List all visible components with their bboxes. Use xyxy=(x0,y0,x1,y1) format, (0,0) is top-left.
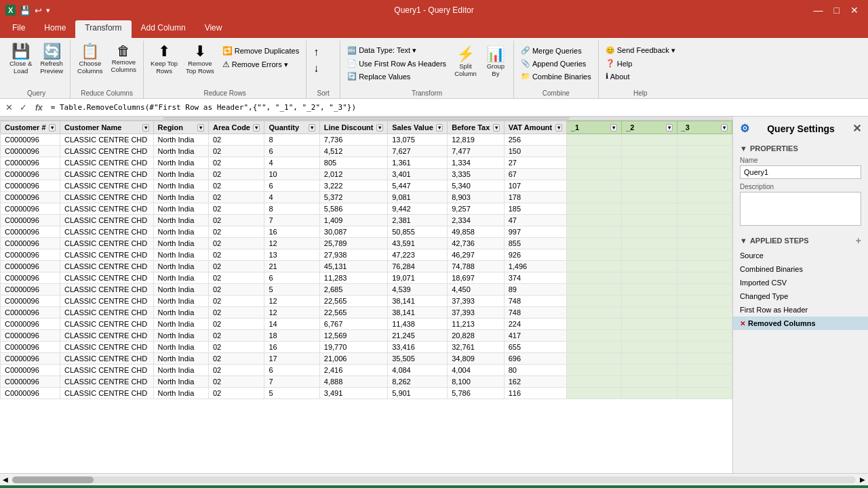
table-cell xyxy=(566,307,621,319)
table-cell: North India xyxy=(153,203,208,215)
formula-input[interactable] xyxy=(48,103,865,112)
table-cell: North India xyxy=(153,284,208,296)
ribbon-group-help: 😊 Send Feedback ▾ ❓ Help ℹ About Help xyxy=(599,41,682,98)
col-header-sales-value[interactable]: Sales Value ▾ xyxy=(388,121,448,134)
sort-asc-button[interactable]: ↑ xyxy=(311,45,321,60)
col-header-customer-name[interactable]: Customer Name ▾ xyxy=(60,121,154,134)
table-cell: 16 xyxy=(264,226,319,238)
formula-cancel-button[interactable]: ✕ xyxy=(3,102,16,113)
formula-confirm-button[interactable]: ✓ xyxy=(17,102,30,113)
step-combined-binaries[interactable]: Combined Binaries xyxy=(733,262,868,276)
scroll-right-button[interactable]: ▶ xyxy=(857,476,868,483)
remove-duplicates-button[interactable]: 🔁 Remove Duplicates xyxy=(220,45,302,57)
close-button[interactable]: ✕ xyxy=(846,3,863,17)
filter-quantity[interactable]: ▾ xyxy=(309,124,315,131)
data-type-button[interactable]: 🔤 Data Type: Text ▾ xyxy=(344,45,449,56)
remove-errors-icon: ⚠ xyxy=(222,60,230,69)
scroll-left-button[interactable]: ◀ xyxy=(0,476,11,483)
tab-home[interactable]: Home xyxy=(35,20,75,38)
collapse-steps-icon[interactable]: ▼ xyxy=(740,237,747,245)
excel-logo: X xyxy=(5,5,16,16)
refresh-preview-button[interactable]: 🔄 RefreshPreview xyxy=(37,42,66,77)
table-cell: C0000096 xyxy=(1,180,60,192)
table-cell xyxy=(677,272,732,284)
step-changed-type[interactable]: Changed Type xyxy=(733,289,868,303)
close-load-button[interactable]: 💾 Close &Load xyxy=(7,42,35,77)
table-cell xyxy=(677,169,732,180)
filter-region[interactable]: ▾ xyxy=(197,124,204,131)
filter-customer-num[interactable]: ▾ xyxy=(49,124,56,131)
quick-access-save[interactable]: 💾 xyxy=(20,5,31,16)
filter-col2[interactable]: ▾ xyxy=(666,124,673,131)
filter-customer-name[interactable]: ▾ xyxy=(142,124,149,131)
table-cell: 185 xyxy=(504,203,566,215)
quick-access-menu[interactable]: ▾ xyxy=(46,6,50,15)
quick-access-undo[interactable]: ↩ xyxy=(35,5,42,16)
step-removed-columns[interactable]: ✕Removed Columns xyxy=(733,317,868,330)
remove-columns-button[interactable]: 🗑 RemoveColumns xyxy=(108,42,140,76)
col-header-col2[interactable]: _2 ▾ xyxy=(622,121,677,134)
table-cell xyxy=(566,169,621,180)
step-first-row-as-header[interactable]: First Row as Header xyxy=(733,303,868,317)
tab-transform[interactable]: Transform xyxy=(75,20,131,38)
table-cell: North India xyxy=(153,376,208,388)
remove-top-rows-button[interactable]: ⬇ RemoveTop Rows xyxy=(183,42,217,77)
tab-file[interactable]: File xyxy=(3,20,35,38)
combine-binaries-button[interactable]: 📁 Combine Binaries xyxy=(518,70,594,82)
col-header-line-discount[interactable]: Line Discount ▾ xyxy=(319,121,387,134)
col-header-col1[interactable]: _1 ▾ xyxy=(566,121,621,134)
table-cell xyxy=(566,330,621,342)
scroll-thumb[interactable] xyxy=(12,476,94,483)
col-header-quantity[interactable]: Quantity ▾ xyxy=(264,121,319,134)
split-column-button[interactable]: ⚡ SplitColumn xyxy=(452,45,479,80)
col-header-region[interactable]: Region ▾ xyxy=(153,121,208,134)
keep-top-rows-button[interactable]: ⬆ Keep TopRows xyxy=(148,42,180,77)
maximize-button[interactable]: □ xyxy=(830,3,844,17)
right-panel: ⚙ Query Settings ✕ ▼ PROPERTIES Name Des… xyxy=(732,117,868,473)
send-feedback-button[interactable]: 😊 Send Feedback ▾ xyxy=(603,45,678,56)
append-queries-button[interactable]: 📎 Append Queries xyxy=(518,58,594,69)
data-table-container[interactable]: Customer # ▾ Customer Name ▾ Region xyxy=(0,117,732,473)
col-header-vat-amount[interactable]: VAT Amount ▾ xyxy=(504,121,566,134)
minimize-button[interactable]: — xyxy=(810,3,827,17)
filter-before-tax[interactable]: ▾ xyxy=(493,124,500,131)
col-header-area-code[interactable]: Area Code ▾ xyxy=(208,121,264,134)
col-header-customer-num[interactable]: Customer # ▾ xyxy=(1,121,60,134)
tab-add-column[interactable]: Add Column xyxy=(132,20,195,38)
group-by-button[interactable]: 📊 GroupBy xyxy=(482,45,509,80)
table-cell xyxy=(566,296,621,307)
add-step-button[interactable]: + xyxy=(856,235,861,246)
about-button[interactable]: ℹ About xyxy=(603,70,678,82)
table-row: C0000096CLASSIC CENTRE CHDNorth India021… xyxy=(1,307,732,319)
filter-vat-amount[interactable]: ▾ xyxy=(555,124,562,131)
step-source[interactable]: Source xyxy=(733,249,868,262)
help-button[interactable]: ❓ Help xyxy=(603,58,678,69)
use-first-row-button[interactable]: 📄 Use First Row As Headers xyxy=(344,58,449,69)
replace-values-button[interactable]: 🔄 Replace Values xyxy=(344,70,449,82)
horizontal-scrollbar[interactable]: ◀ ▶ xyxy=(0,473,868,485)
remove-errors-button[interactable]: ⚠ Remove Errors ▾ xyxy=(220,58,302,70)
merge-queries-button[interactable]: 🔗 Merge Queries xyxy=(518,45,594,56)
title-bar: X 💾 ↩ ▾ Query1 - Query Editor — □ ✕ xyxy=(0,0,868,20)
table-cell xyxy=(566,284,621,296)
choose-columns-button[interactable]: 📋 ChooseColumns xyxy=(75,42,106,77)
query-name-input[interactable] xyxy=(740,165,861,179)
filter-area-code[interactable]: ▾ xyxy=(253,124,260,131)
scroll-track[interactable] xyxy=(12,476,856,483)
table-cell: North India xyxy=(153,215,208,226)
table-cell: 4,004 xyxy=(448,365,504,376)
col-header-col3[interactable]: _3 ▾ xyxy=(677,121,732,134)
description-textarea[interactable] xyxy=(740,192,861,226)
panel-close-button[interactable]: ✕ xyxy=(852,122,861,135)
table-cell: 2,334 xyxy=(448,215,504,226)
filter-line-discount[interactable]: ▾ xyxy=(376,124,383,131)
tab-view[interactable]: View xyxy=(195,20,232,38)
collapse-properties-icon[interactable]: ▼ xyxy=(740,144,747,152)
step-imported-csv[interactable]: Imported CSV xyxy=(733,276,868,289)
col-header-before-tax[interactable]: Before Tax ▾ xyxy=(448,121,504,134)
filter-col3[interactable]: ▾ xyxy=(721,124,728,131)
sort-desc-button[interactable]: ↓ xyxy=(311,61,321,76)
table-cell xyxy=(566,319,621,330)
filter-sales-value[interactable]: ▾ xyxy=(436,124,443,131)
filter-col1[interactable]: ▾ xyxy=(610,124,617,131)
